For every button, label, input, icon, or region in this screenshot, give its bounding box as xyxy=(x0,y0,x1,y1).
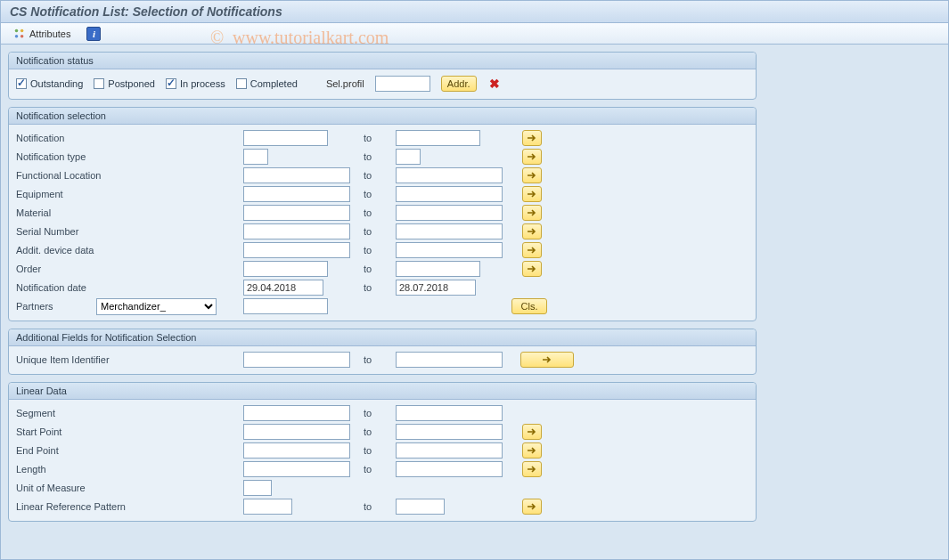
material-from-input[interactable] xyxy=(243,205,350,221)
label-unit-of-measure: Unit of Measure xyxy=(16,483,243,493)
multiple-selection-button[interactable] xyxy=(522,242,542,258)
label-order: Order xyxy=(16,264,243,274)
notification-date-from-input[interactable] xyxy=(243,280,323,296)
segment-to-input[interactable] xyxy=(396,405,503,421)
label-functional-location: Functional Location xyxy=(16,170,243,181)
length-from-input[interactable] xyxy=(243,461,350,477)
uii-to-input[interactable] xyxy=(396,352,503,368)
checkbox-completed[interactable]: Completed xyxy=(236,78,298,89)
arrow-right-icon xyxy=(527,208,537,217)
arrow-right-icon xyxy=(527,152,537,161)
checkbox-in-process[interactable]: In process xyxy=(166,78,225,89)
group-notification-status: Notification status Outstanding Postpone… xyxy=(8,52,757,100)
addit-device-from-input[interactable] xyxy=(243,242,350,258)
functional-location-from-input[interactable] xyxy=(243,167,350,183)
to-label: to xyxy=(362,426,396,437)
to-label: to xyxy=(362,501,396,512)
length-to-input[interactable] xyxy=(396,461,503,477)
to-label: to xyxy=(362,354,396,365)
label-notification-date: Notification date xyxy=(16,282,243,293)
checkbox-postponed-label: Postponed xyxy=(108,78,155,89)
sel-profil-input[interactable] xyxy=(375,76,430,92)
multiple-selection-button[interactable] xyxy=(522,261,542,277)
svg-point-2 xyxy=(15,34,19,37)
info-icon[interactable]: i xyxy=(86,27,101,41)
arrow-right-icon xyxy=(527,246,537,255)
lrp-to-input[interactable] xyxy=(396,499,445,515)
to-label: to xyxy=(362,464,396,475)
group-header-selection: Notification selection xyxy=(9,108,756,125)
material-to-input[interactable] xyxy=(396,205,503,221)
equipment-to-input[interactable] xyxy=(396,186,503,202)
notification-from-input[interactable] xyxy=(243,130,328,146)
multiple-selection-button[interactable] xyxy=(522,149,542,165)
label-notification: Notification xyxy=(16,133,243,143)
order-from-input[interactable] xyxy=(243,261,328,277)
attributes-button[interactable]: Attributes xyxy=(10,27,74,41)
to-label: to xyxy=(362,170,396,181)
to-label: to xyxy=(362,264,396,274)
end-point-to-input[interactable] xyxy=(396,442,503,459)
label-unique-item-identifier: Unique Item Identifier xyxy=(16,354,243,365)
start-point-from-input[interactable] xyxy=(243,424,350,440)
checkbox-postponed[interactable]: Postponed xyxy=(94,78,155,89)
label-segment: Segment xyxy=(16,408,243,418)
to-label: to xyxy=(362,408,396,418)
to-label: to xyxy=(362,226,396,237)
arrow-right-icon xyxy=(527,264,537,273)
svg-point-3 xyxy=(20,34,24,37)
label-notification-type: Notification type xyxy=(16,151,243,162)
check-icon xyxy=(16,78,27,89)
serial-number-to-input[interactable] xyxy=(396,223,503,239)
serial-number-from-input[interactable] xyxy=(243,223,350,239)
group-header-linear: Linear Data xyxy=(9,383,756,400)
partners-select[interactable]: Merchandizer_ xyxy=(96,298,217,315)
to-label: to xyxy=(362,245,396,256)
multiple-selection-button[interactable] xyxy=(522,167,542,183)
lrp-from-input[interactable] xyxy=(243,499,292,515)
notification-to-input[interactable] xyxy=(396,130,480,146)
arrow-right-icon xyxy=(527,446,537,455)
multiple-selection-button[interactable] xyxy=(522,130,542,146)
svg-point-1 xyxy=(20,28,24,32)
uii-from-input[interactable] xyxy=(243,352,350,368)
multiple-selection-button[interactable] xyxy=(522,461,542,477)
group-header-additional: Additional Fields for Notification Selec… xyxy=(9,329,756,346)
delete-icon[interactable]: ✖ xyxy=(487,77,502,91)
checkbox-in-process-label: In process xyxy=(180,78,225,89)
checkbox-outstanding[interactable]: Outstanding xyxy=(16,78,83,89)
content-area: Notification status Outstanding Postpone… xyxy=(1,45,949,560)
partners-value-input[interactable] xyxy=(243,298,328,314)
functional-location-to-input[interactable] xyxy=(396,167,503,183)
multiple-selection-button[interactable] xyxy=(520,352,574,368)
notification-type-to-input[interactable] xyxy=(396,149,421,165)
addr-button[interactable]: Addr. xyxy=(441,76,477,92)
notification-type-from-input[interactable] xyxy=(243,149,268,165)
to-label: to xyxy=(362,207,396,218)
equipment-from-input[interactable] xyxy=(243,186,350,202)
checkbox-outstanding-label: Outstanding xyxy=(30,78,83,89)
end-point-from-input[interactable] xyxy=(243,442,350,459)
group-linear-data: Linear Data Segment to Start Point to En… xyxy=(8,382,757,522)
multiple-selection-button[interactable] xyxy=(522,442,542,459)
attributes-label: Attributes xyxy=(29,28,70,39)
group-header-status: Notification status xyxy=(9,53,756,69)
label-serial-number: Serial Number xyxy=(16,226,243,237)
segment-from-input[interactable] xyxy=(243,405,350,421)
window-title: CS Notification List: Selection of Notif… xyxy=(1,1,949,23)
display-variant-icon xyxy=(13,28,26,40)
order-to-input[interactable] xyxy=(396,261,480,277)
multiple-selection-button[interactable] xyxy=(522,186,542,202)
cls-button[interactable]: Cls. xyxy=(511,298,547,314)
unit-of-measure-input[interactable] xyxy=(243,480,272,496)
multiple-selection-button[interactable] xyxy=(522,424,542,440)
arrow-right-icon xyxy=(527,134,537,142)
toolbar: Attributes i xyxy=(1,23,949,45)
label-equipment: Equipment xyxy=(16,189,243,199)
multiple-selection-button[interactable] xyxy=(522,223,542,239)
multiple-selection-button[interactable] xyxy=(522,205,542,221)
notification-date-to-input[interactable] xyxy=(396,280,476,296)
multiple-selection-button[interactable] xyxy=(522,499,542,515)
start-point-to-input[interactable] xyxy=(396,424,503,440)
addit-device-to-input[interactable] xyxy=(396,242,503,258)
